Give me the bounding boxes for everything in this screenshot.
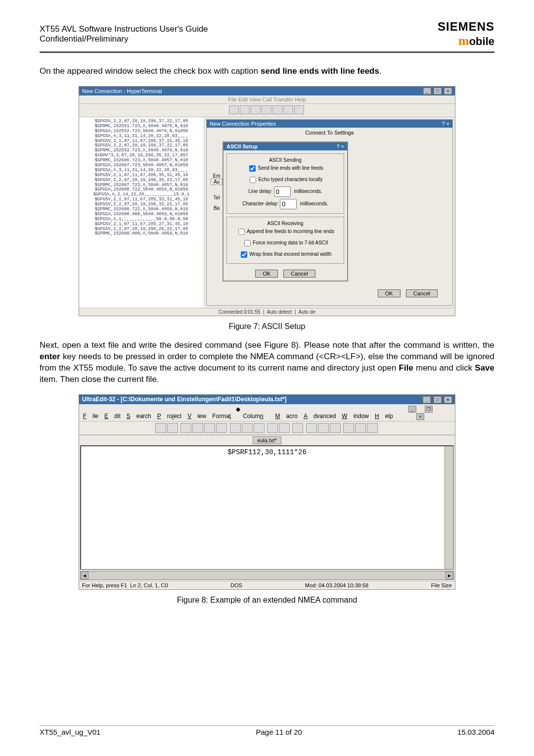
minimize-icon[interactable]: _ (423, 88, 431, 94)
terminal-output: $GPGSV,2,2,07,28,19,296,37,22,17,05 $GPR… (79, 117, 204, 308)
cut-icon (306, 423, 317, 433)
editor-area[interactable]: $PSRF112,30,1111*26 (80, 445, 454, 570)
preview-icon (242, 423, 253, 433)
align-right-icon (367, 423, 378, 433)
figure-8-caption: Figure 8: Example of an extended NMEA co… (40, 596, 494, 605)
menu-bar[interactable]: File Edit View Call Transfer Help (79, 95, 455, 104)
ultraedit-statusbar: For Help, press F1 Ln 2, Col. 1, C0 DOS … (79, 581, 455, 589)
align-left-icon (343, 423, 354, 433)
footer-right: 15.03.2004 (457, 728, 494, 736)
force-7bit-checkbox[interactable]: Force incoming data to 7-bit ASCII (230, 237, 341, 249)
scrollbar[interactable] (445, 446, 453, 569)
ascii-cancel-button[interactable]: Cancel (283, 270, 315, 278)
hex-icon (279, 423, 290, 433)
maximize-icon[interactable]: □ (434, 88, 442, 94)
char-delay-input[interactable] (280, 199, 297, 209)
paste-icon (330, 423, 341, 433)
print-icon (230, 423, 241, 433)
hyperterminal-window: New Connection - HyperTerminal _ □ × Fil… (79, 86, 455, 316)
properties-titlebar: New Connection Properties? × (207, 120, 452, 128)
ascii-ok-button[interactable]: OK (255, 270, 278, 278)
restore-icon[interactable]: ❐ (425, 406, 433, 413)
window-titlebar: New Connection - HyperTerminal _ □ × (79, 87, 455, 95)
figure-7-caption: Figure 7: ASCII Setup (40, 322, 494, 331)
minimize-icon[interactable]: _ (408, 406, 416, 413)
mid-paragraph: Next, open a text file and write the des… (40, 340, 494, 385)
scroll-right-icon[interactable]: ▸ (445, 571, 453, 579)
align-center-icon (355, 423, 366, 433)
close-icon[interactable]: × (416, 413, 424, 420)
open-icon (192, 423, 203, 433)
ultraedit-toolbar[interactable] (79, 421, 455, 435)
footer-left: XT55_avl_ug_V01 (40, 728, 100, 736)
send-line-ends-checkbox[interactable]: Send line ends with line feeds (230, 163, 341, 174)
intro-text: On the appeared window select the check … (40, 66, 494, 77)
footer-mid: Page 11 of 20 (256, 728, 302, 736)
echo-checkbox[interactable]: Echo typed characters locally (230, 174, 341, 186)
ultraedit-menubar[interactable]: ◆ FileEditSearchProjectViewFormatColumnM… (79, 404, 455, 421)
back-icon (155, 423, 166, 433)
toolbar[interactable] (79, 104, 455, 117)
append-lf-checkbox[interactable]: Append line feeds to incoming line ends (230, 226, 341, 237)
forward-icon (167, 423, 178, 433)
line-delay-input[interactable] (274, 187, 291, 197)
properties-tabs[interactable]: Connect To Settings (207, 128, 452, 136)
ascii-setup-dialog: ASCII Setup? × ASCII Sending Send line e… (222, 142, 348, 282)
doc-title: XT55 AVL Software Instructions User's Gu… (40, 24, 208, 44)
wrap-lines-checkbox[interactable]: Wrap lines that exceed terminal width (230, 249, 341, 260)
find-icon (254, 423, 265, 433)
list-icon (292, 423, 303, 433)
new-icon (180, 423, 191, 433)
minimize-icon[interactable]: _ (423, 396, 431, 403)
folder-icon (204, 423, 215, 433)
ultraedit-titlebar: UltraEdit-32 - [C:\Dokumente und Einstel… (79, 395, 455, 404)
scroll-left-icon[interactable]: ◂ (81, 571, 89, 579)
close-icon[interactable]: × (444, 396, 452, 403)
save-icon (216, 423, 227, 433)
maximize-icon[interactable]: □ (434, 396, 442, 403)
properties-cancel-button[interactable]: Cancel (406, 289, 438, 297)
close-icon[interactable]: × (444, 88, 452, 94)
status-bar: Connected 0:01:55 | Auto detect | Auto d… (79, 308, 455, 316)
copy-icon (318, 423, 329, 433)
word-wrap-icon (267, 423, 278, 433)
file-tab[interactable]: eula.txt* (253, 436, 281, 444)
siemens-logo: SIEMENS mobile (438, 20, 494, 48)
ultraedit-window: UltraEdit-32 - [C:\Dokumente und Einstel… (79, 394, 455, 590)
app-icon: ◆ (236, 406, 240, 413)
properties-ok-button[interactable]: OK (378, 289, 400, 297)
